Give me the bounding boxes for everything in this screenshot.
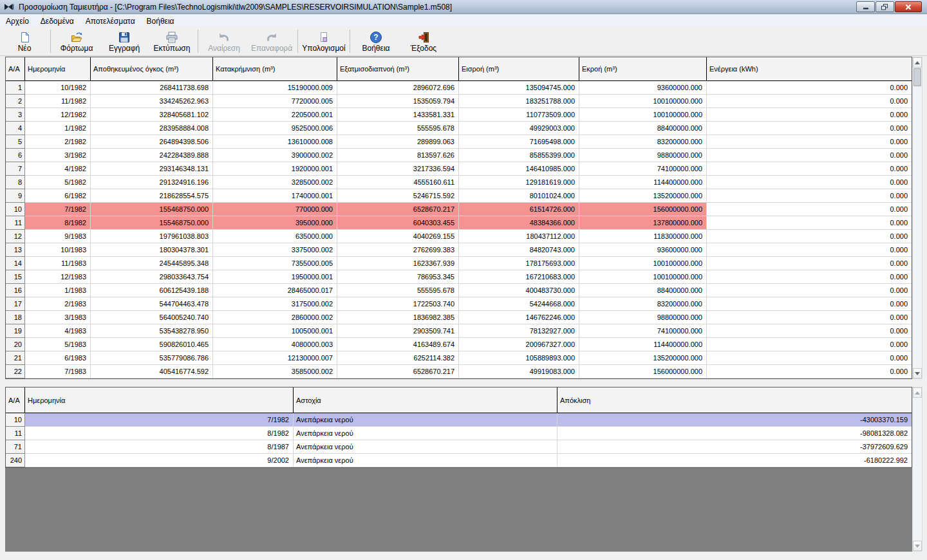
- cell-date[interactable]: 5/1983: [25, 338, 91, 351]
- cell-outflow[interactable]: 100100000.000: [579, 108, 707, 122]
- cell-stored-volume[interactable]: 291324916.196: [91, 176, 213, 189]
- cell-date[interactable]: 3/1982: [25, 149, 91, 162]
- cell-date[interactable]: 4/1982: [25, 162, 91, 176]
- cell-evapotranspiration[interactable]: 6528670.217: [337, 203, 459, 216]
- cell-precipitation[interactable]: 28465000.017: [213, 284, 337, 297]
- cell-deviation[interactable]: -6180222.992: [557, 454, 912, 467]
- cell-evapotranspiration[interactable]: 5246715.592: [337, 189, 459, 203]
- cell-stored-volume[interactable]: 264894398.506: [91, 135, 213, 149]
- cell-outflow[interactable]: 100100000.000: [579, 257, 707, 270]
- cell-evapotranspiration[interactable]: 555595.678: [337, 122, 459, 135]
- cell-outflow[interactable]: 135200000.000: [579, 351, 707, 365]
- scrollbar-thumb[interactable]: [913, 68, 921, 86]
- scrollbar-track[interactable]: [913, 398, 922, 541]
- cell-outflow[interactable]: 100100000.000: [579, 95, 707, 108]
- cell-energy[interactable]: 0.000: [707, 243, 912, 257]
- cell-outflow[interactable]: 118300000.000: [579, 230, 707, 243]
- cell-precipitation[interactable]: 635000.000: [213, 230, 337, 243]
- cell-evapotranspiration[interactable]: 1433581.331: [337, 108, 459, 122]
- cell-outflow[interactable]: 88400000.000: [579, 284, 707, 297]
- cell-evapotranspiration[interactable]: 289899.063: [337, 135, 459, 149]
- save-button[interactable]: Εγγραφή: [100, 27, 148, 55]
- scroll-up-button[interactable]: [913, 57, 922, 68]
- cell-energy[interactable]: 0.000: [707, 95, 912, 108]
- cell-energy[interactable]: 0.000: [707, 365, 912, 378]
- cell-date[interactable]: 11/1983: [25, 257, 91, 270]
- calculations-button[interactable]: Υπολογισμοί: [300, 27, 348, 55]
- cell-stored-volume[interactable]: 405416774.592: [91, 365, 213, 378]
- cell-inflow[interactable]: 84820743.000: [459, 243, 579, 257]
- table-row[interactable]: 1411/1983245445895.3487355000.0051623367…: [6, 257, 912, 270]
- table-row[interactable]: 63/1982242284389.8883900000.002813597.62…: [6, 149, 912, 162]
- cell-inflow[interactable]: 85855399.000: [459, 149, 579, 162]
- cell-inflow[interactable]: 105889893.000: [459, 351, 579, 365]
- cell-precipitation[interactable]: 7720000.005: [213, 95, 337, 108]
- restore-button[interactable]: [876, 1, 894, 12]
- cell-outflow[interactable]: 114400000.000: [579, 176, 707, 189]
- cell-inflow[interactable]: 80101024.000: [459, 189, 579, 203]
- cell-stored-volume[interactable]: 535779086.786: [91, 351, 213, 365]
- table-row[interactable]: 129/1983197961038.803635000.0004040269.1…: [6, 230, 912, 243]
- cell-failure[interactable]: Ανεπάρκεια νερού: [294, 413, 557, 427]
- table-row[interactable]: 41/1982283958884.0089525000.006555595.67…: [6, 122, 912, 135]
- cell-stored-volume[interactable]: 535438278.950: [91, 324, 213, 338]
- print-button[interactable]: Εκτύπωση: [148, 27, 196, 55]
- cell-outflow[interactable]: 114400000.000: [579, 338, 707, 351]
- cell-energy[interactable]: 0.000: [707, 135, 912, 149]
- cell-precipitation[interactable]: 2205000.001: [213, 108, 337, 122]
- cell-date[interactable]: 12/1982: [25, 108, 91, 122]
- cell-deviation[interactable]: -37972609.629: [557, 440, 912, 454]
- cell-energy[interactable]: 0.000: [707, 324, 912, 338]
- cell-date[interactable]: 4/1983: [25, 324, 91, 338]
- cell-energy[interactable]: 0.000: [707, 108, 912, 122]
- cell-date[interactable]: 8/1987: [25, 440, 294, 454]
- cell-precipitation[interactable]: 770000.000: [213, 203, 337, 216]
- cell-inflow[interactable]: 49929003.000: [459, 122, 579, 135]
- cell-stored-volume[interactable]: 334245262.963: [91, 95, 213, 108]
- table-row[interactable]: 183/1983564005240.7402860000.0021836982.…: [6, 311, 912, 324]
- cell-energy[interactable]: 0.000: [707, 338, 912, 351]
- help-button[interactable]: ?Βοήθεια: [352, 27, 400, 55]
- menu-item-data[interactable]: Δεδομένα: [35, 15, 80, 27]
- cell-date[interactable]: 6/1982: [25, 189, 91, 203]
- cell-evapotranspiration[interactable]: 1836982.385: [337, 311, 459, 324]
- cell-outflow[interactable]: 100100000.000: [579, 270, 707, 284]
- cell-date[interactable]: 5/1982: [25, 176, 91, 189]
- cell-evapotranspiration[interactable]: 1535059.794: [337, 95, 459, 108]
- cell-stored-volume[interactable]: 155468750.000: [91, 203, 213, 216]
- cell-inflow[interactable]: 146762246.000: [459, 311, 579, 324]
- table-row[interactable]: 74/1982293146348.1311920000.0013217336.5…: [6, 162, 912, 176]
- cell-stored-volume[interactable]: 544704463.478: [91, 297, 213, 311]
- main-table-scrollbar[interactable]: [912, 57, 922, 379]
- cell-date[interactable]: 12/1983: [25, 270, 91, 284]
- cell-stored-volume[interactable]: 564005240.740: [91, 311, 213, 324]
- cell-energy[interactable]: 0.000: [707, 311, 912, 324]
- cell-date[interactable]: 8/1982: [25, 427, 294, 440]
- cell-stored-volume[interactable]: 298033643.754: [91, 270, 213, 284]
- cell-evapotranspiration[interactable]: 2903509.741: [337, 324, 459, 338]
- cell-outflow[interactable]: 93600000.000: [579, 81, 707, 95]
- cell-precipitation[interactable]: 3900000.002: [213, 149, 337, 162]
- cell-stored-volume[interactable]: 180304378.301: [91, 243, 213, 257]
- scroll-down-button[interactable]: [913, 368, 922, 378]
- cell-stored-volume[interactable]: 218628554.575: [91, 189, 213, 203]
- cell-evapotranspiration[interactable]: 4555160.611: [337, 176, 459, 189]
- cell-evapotranspiration[interactable]: 1722503.740: [337, 297, 459, 311]
- cell-evapotranspiration[interactable]: 4040269.155: [337, 230, 459, 243]
- cell-energy[interactable]: 0.000: [707, 203, 912, 216]
- load-button[interactable]: Φόρτωμα: [53, 27, 100, 55]
- cell-precipitation[interactable]: 13610000.008: [213, 135, 337, 149]
- scroll-down-button[interactable]: [913, 541, 922, 551]
- table-row[interactable]: 312/1982328405681.1022205000.0011433581.…: [6, 108, 912, 122]
- cell-date[interactable]: 3/1983: [25, 311, 91, 324]
- cell-stored-volume[interactable]: 328405681.102: [91, 108, 213, 122]
- table-row[interactable]: 118/1982155468750.000395000.0006040303.4…: [6, 216, 912, 230]
- cell-outflow[interactable]: 156000000.000: [579, 365, 707, 378]
- table-row[interactable]: 85/1982291324916.1963285000.0024555160.6…: [6, 176, 912, 189]
- table-row[interactable]: 194/1983535438278.9501005000.0012903509.…: [6, 324, 912, 338]
- cell-precipitation[interactable]: 3585000.002: [213, 365, 337, 378]
- failures-scrollbar[interactable]: [912, 387, 922, 552]
- cell-stored-volume[interactable]: 245445895.348: [91, 257, 213, 270]
- cell-energy[interactable]: 0.000: [707, 216, 912, 230]
- cell-date[interactable]: 10/1982: [25, 81, 91, 95]
